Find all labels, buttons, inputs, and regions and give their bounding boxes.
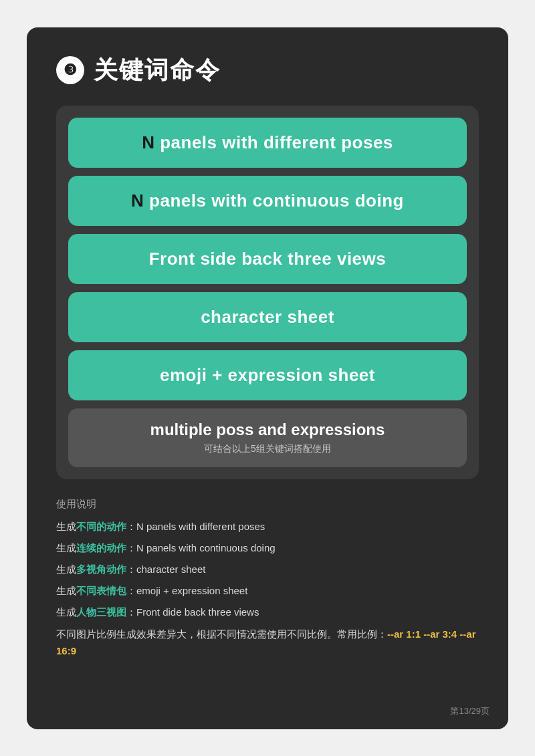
card-multiple: multiple poss and expressions 可结合以上5组关键词… [68, 408, 467, 467]
instr3-prefix: 生成 [56, 563, 76, 575]
card-poses: N panels with different poses [68, 118, 467, 168]
card-three-views-text: Front side back three views [149, 249, 387, 269]
card-continuous-n: N [131, 191, 144, 211]
card-emoji: emoji + expression sheet [68, 350, 467, 400]
instr4-colon: ： [126, 585, 136, 596]
instr1-colon: ： [126, 521, 136, 532]
instr1-en: N panels with different poses [136, 521, 265, 532]
instruction-row-1: 生成不同的动作：N panels with different poses [56, 519, 479, 535]
card-multiple-subtext: 可结合以上5组关键词搭配使用 [204, 443, 331, 455]
card-three-views: Front side back three views [68, 234, 467, 284]
main-card: ❸ 关键词命令 N panels with different poses N … [27, 27, 508, 729]
cards-container: N panels with different poses N panels w… [56, 106, 479, 479]
section-title: 关键词命令 [94, 54, 221, 87]
instr3-colon: ： [126, 563, 136, 575]
card-poses-text: N panels with different poses [142, 132, 393, 153]
instr5-en: Front dide back three views [136, 606, 259, 618]
card-continuous: N panels with continuous doing [68, 176, 467, 226]
instr3-en: character sheet [136, 563, 205, 575]
ratio-highlight: 图片比例 [76, 628, 116, 640]
card-poses-n: N [142, 132, 154, 152]
section-header: ❸ 关键词命令 [56, 54, 479, 87]
section-number: ❸ [56, 56, 84, 84]
instructions-title: 使用说明 [56, 498, 479, 511]
instr5-prefix: 生成 [56, 606, 76, 618]
instr2-colon: ： [126, 542, 136, 553]
card-emoji-text: emoji + expression sheet [160, 365, 375, 386]
instruction-row-2: 生成连续的动作：N panels with continuous doing [56, 540, 479, 556]
instr4-en: emoji + expression sheet [136, 585, 247, 596]
instr5-highlight: 人物三视图 [76, 606, 126, 618]
instruction-row-4: 生成不同表情包：emoji + expression sheet [56, 583, 479, 599]
instruction-row-5: 生成人物三视图：Front dide back three views [56, 604, 479, 620]
instruction-row-ratio: 不同图片比例生成效果差异大，根据不同情况需使用不同比例。常用比例：--ar 1:… [56, 626, 479, 660]
instr2-prefix: 生成 [56, 542, 76, 553]
card-character: character sheet [68, 292, 467, 342]
card-character-text: character sheet [201, 307, 334, 328]
instr4-prefix: 生成 [56, 585, 76, 596]
instructions-section: 使用说明 生成不同的动作：N panels with different pos… [56, 498, 479, 660]
card-multiple-text: multiple poss and expressions [150, 420, 385, 439]
instr1-prefix: 生成 [56, 521, 76, 532]
instruction-row-3: 生成多视角动作：character sheet [56, 561, 479, 578]
instr3-highlight: 多视角动作 [76, 563, 126, 575]
instr4-highlight: 不同表情包 [76, 585, 126, 596]
instr1-highlight: 不同的动作 [76, 521, 126, 532]
ratio-text: 生成效果差异大，根据不同情况需使用不同比例。常用比例： [116, 628, 387, 640]
instr2-en: N panels with continuous doing [136, 542, 276, 553]
card-continuous-text: N panels with continuous doing [131, 191, 404, 211]
instr5-colon: ： [126, 606, 136, 618]
page-number: 第13/29页 [450, 705, 490, 717]
instr2-highlight: 连续的动作 [76, 542, 126, 553]
ratio-prefix: 不同 [56, 628, 76, 640]
